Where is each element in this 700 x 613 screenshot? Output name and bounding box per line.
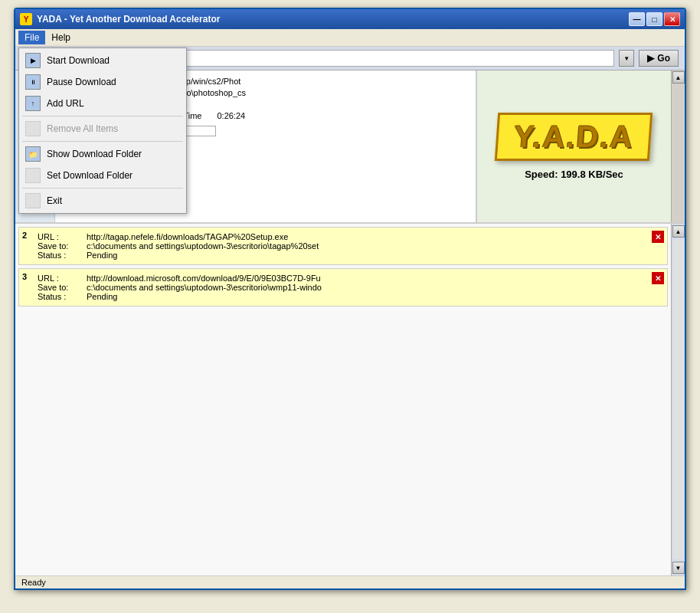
item-content-3: URL : http://download.microsoft.com/down… [38,274,661,301]
scroll-up-arrow[interactable]: ▲ [672,71,685,84]
go-button[interactable]: ▶ Go [639,50,679,67]
maximize-button[interactable]: □ [646,12,662,26]
item-close-2[interactable]: ✕ [652,231,664,243]
menu-bar: File ▶ Start Download ⏸ Pause Download ↑… [15,29,685,47]
download-list-wrapper: 2 ✕ URL : http://tagap.nefele.fi/downloa… [15,224,685,575]
add-url-icon: ↑ [25,96,41,111]
start-download-icon: ▶ [25,53,41,68]
item-status-row-3: Status : Pending [38,292,661,301]
main-window: Y YADA - Yet Another Download Accelerato… [14,8,686,590]
scrollbar-track [673,240,684,559]
list-scrollbar: ▲ ▼ [671,224,685,575]
separator-1 [22,116,183,116]
download-list: 2 ✕ URL : http://tagap.nefele.fi/downloa… [15,224,671,575]
list-scroll-down[interactable]: ▼ [672,562,685,574]
separator-3 [22,188,183,188]
app-icon: Y [20,13,32,25]
file-dropdown: ▶ Start Download ⏸ Pause Download ↑ Add … [18,48,187,214]
title-bar-left: Y YADA - Yet Another Download Accelerato… [20,13,220,25]
item-close-3[interactable]: ✕ [652,272,664,284]
download-item-3: 3 ✕ URL : http://download.microsoft.com/… [18,268,668,306]
exit-icon [25,193,41,208]
item-number-2: 2 [22,231,27,240]
status-bar: Ready [15,575,685,588]
add-url-item[interactable]: ↑ Add URL [19,93,186,114]
remove-all-icon [25,121,41,136]
download-item-2: 2 ✕ URL : http://tagap.nefele.fi/downloa… [18,227,668,265]
yada-logo-panel: Y.A.D.A Speed: 199.8 KB/Sec [476,70,671,222]
title-bar: Y YADA - Yet Another Download Accelerato… [15,9,685,29]
help-menu[interactable]: Help [45,31,77,44]
remove-all-item: Remove All Items [19,118,186,139]
go-arrow-icon: ▶ [647,53,654,64]
show-folder-icon: 📁 [25,146,41,162]
list-scroll-up[interactable]: ▲ [672,225,685,238]
item-save-row-3: Save to: c:\documents and settings\uptod… [38,283,661,292]
window-controls: — □ ✕ [629,12,680,26]
item-url-row-3: URL : http://download.microsoft.com/down… [38,274,661,283]
pause-download-icon: ⏸ [25,74,41,90]
speed-display: Speed: 199.8 KB/Sec [525,169,623,180]
start-download-item[interactable]: ▶ Start Download [19,50,186,71]
item-save-row-2: Save to: c:\documents and settings\uptod… [38,241,661,251]
file-menu[interactable]: File ▶ Start Download ⏸ Pause Download ↑… [18,31,45,44]
set-folder-item[interactable]: Set Download Folder [19,165,186,186]
minimize-button[interactable]: — [629,12,645,26]
url-dropdown-button[interactable]: ▼ [619,50,634,67]
main-scrollbar: ▲ [671,70,685,222]
exit-item[interactable]: Exit [19,190,186,211]
pause-download-item[interactable]: ⏸ Pause Download [19,71,186,93]
close-button[interactable]: ✕ [664,12,680,26]
item-content-2: URL : http://tagap.nefele.fi/downloads/T… [38,232,661,260]
item-url-row-2: URL : http://tagap.nefele.fi/downloads/T… [38,232,661,241]
yada-logo-text: Y.A.D.A [513,120,635,153]
show-folder-item[interactable]: 📁 Show Download Folder [19,143,186,165]
separator-2 [22,141,183,142]
item-number-3: 3 [22,272,27,281]
window-title: YADA - Yet Another Download Accelerator [37,14,220,25]
item-status-row-2: Status : Pending [38,251,661,260]
set-folder-icon [25,168,41,183]
yada-logo-box: Y.A.D.A [495,113,653,161]
